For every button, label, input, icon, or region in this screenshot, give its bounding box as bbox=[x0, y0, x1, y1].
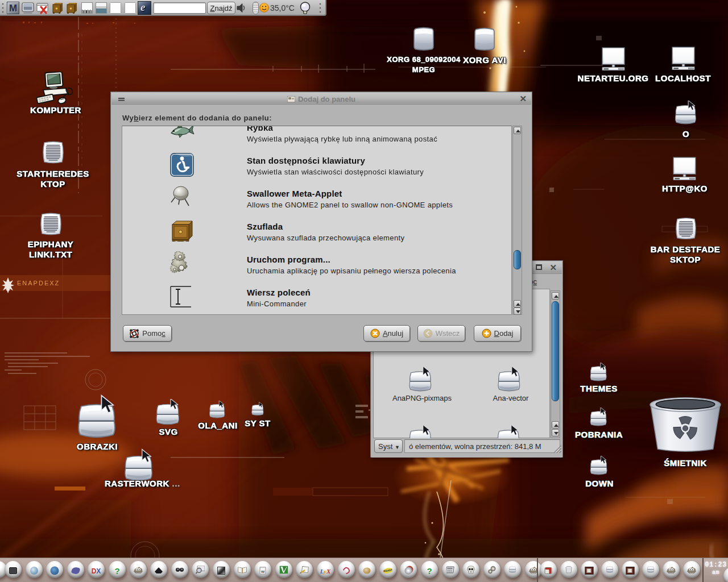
svg-text:ENAPDEXZ: ENAPDEXZ bbox=[17, 280, 60, 286]
